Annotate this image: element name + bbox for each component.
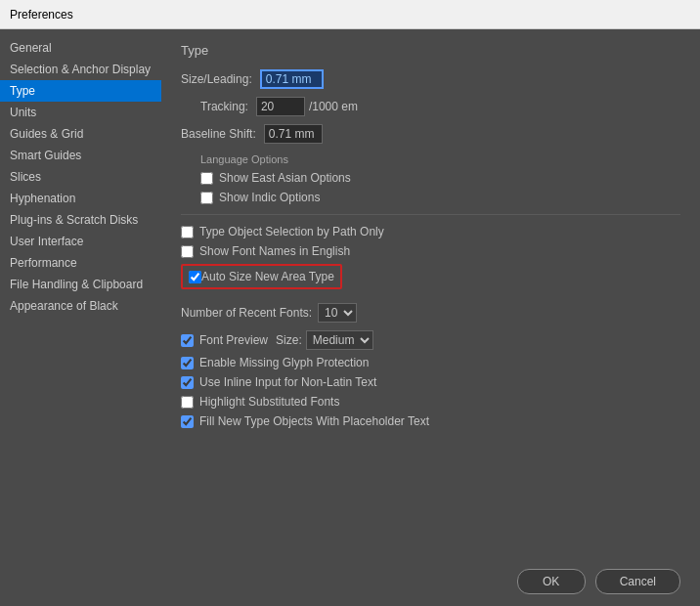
fill-new-type-row: Fill New Type Objects With Placeholder T… [181, 414, 680, 428]
size-leading-label: Size/Leading: [181, 72, 252, 86]
title-bar: Preferences [0, 0, 700, 29]
font-preview-checkbox[interactable] [181, 334, 194, 347]
baseline-shift-label: Baseline Shift: [181, 127, 256, 141]
tracking-input[interactable] [256, 97, 305, 116]
sidebar-item-file-handling[interactable]: File Handling & Clipboard [0, 274, 161, 295]
type-object-row: Type Object Selection by Path Only [181, 225, 680, 238]
sidebar-item-general[interactable]: General [0, 37, 161, 59]
show-indic-row: Show Indic Options [200, 191, 680, 204]
font-preview-label: Font Preview [199, 333, 268, 347]
show-indic-checkbox[interactable] [200, 192, 213, 204]
inline-input-row: Use Inline Input for Non-Latin Text [181, 375, 680, 389]
recent-fonts-row: Number of Recent Fonts: 5 7 10 15 20 [181, 303, 680, 323]
auto-size-highlighted-box: Auto Size New Area Type [181, 264, 342, 289]
tracking-row: Tracking: /1000 em [200, 97, 680, 116]
missing-glyph-checkbox[interactable] [181, 357, 194, 369]
show-east-asian-label: Show East Asian Options [219, 171, 351, 185]
size-leading-row: Size/Leading: [181, 69, 680, 89]
font-preview-row: Font Preview Size: Small Medium Large [181, 330, 680, 350]
recent-fonts-label: Number of Recent Fonts: [181, 306, 312, 320]
type-object-checkbox[interactable] [181, 226, 194, 238]
language-options-title: Language Options [200, 153, 680, 165]
sidebar-item-plugins-scratch[interactable]: Plug-ins & Scratch Disks [0, 209, 161, 231]
preferences-window: Preferences GeneralSelection & Anchor Di… [0, 0, 700, 606]
sidebar-item-performance[interactable]: Performance [0, 252, 161, 274]
font-preview-size-select[interactable]: Small Medium Large [306, 330, 373, 350]
separator-1 [181, 214, 680, 215]
show-indic-label: Show Indic Options [219, 191, 320, 204]
fill-new-type-label: Fill New Type Objects With Placeholder T… [199, 414, 429, 428]
sidebar-item-type[interactable]: Type [0, 80, 161, 102]
highlight-substituted-label: Highlight Substituted Fonts [199, 395, 339, 409]
sidebar-item-units[interactable]: Units [0, 102, 161, 123]
missing-glyph-label: Enable Missing Glyph Protection [199, 356, 369, 369]
baseline-shift-row: Baseline Shift: [181, 124, 680, 144]
baseline-shift-input[interactable] [264, 124, 323, 144]
inline-input-label: Use Inline Input for Non-Latin Text [199, 375, 376, 389]
main-panel: Type Size/Leading: Tracking: /1000 em Ba… [161, 29, 700, 557]
sidebar-item-smart-guides[interactable]: Smart Guides [0, 145, 161, 166]
inline-input-checkbox[interactable] [181, 376, 194, 389]
missing-glyph-row: Enable Missing Glyph Protection [181, 356, 680, 369]
sidebar-item-slices[interactable]: Slices [0, 166, 161, 188]
auto-size-label: Auto Size New Area Type [201, 270, 334, 283]
show-font-names-label: Show Font Names in English [199, 244, 350, 258]
show-east-asian-checkbox[interactable] [200, 172, 213, 185]
size-leading-input[interactable] [260, 69, 324, 89]
title-text: Preferences [10, 8, 73, 22]
cancel-button[interactable]: Cancel [595, 569, 680, 594]
fill-new-type-checkbox[interactable] [181, 415, 194, 428]
tracking-unit: /1000 em [309, 100, 358, 113]
sidebar-item-hyphenation[interactable]: Hyphenation [0, 188, 161, 209]
language-options-section: Language Options Show East Asian Options… [200, 153, 680, 204]
type-object-label: Type Object Selection by Path Only [199, 225, 384, 238]
highlight-substituted-row: Highlight Substituted Fonts [181, 395, 680, 409]
highlight-substituted-checkbox[interactable] [181, 396, 194, 409]
tracking-label: Tracking: [200, 100, 248, 113]
footer: OK Cancel [0, 557, 700, 606]
main-content: GeneralSelection & Anchor DisplayTypeUni… [0, 29, 700, 557]
ok-button[interactable]: OK [517, 569, 586, 594]
sidebar-item-appearance-black[interactable]: Appearance of Black [0, 295, 161, 317]
sidebar-item-user-interface[interactable]: User Interface [0, 231, 161, 252]
show-font-names-checkbox[interactable] [181, 245, 194, 258]
sidebar-item-selection-anchor[interactable]: Selection & Anchor Display [0, 59, 161, 80]
font-preview-size-label: Size: [276, 333, 302, 347]
show-font-names-row: Show Font Names in English [181, 244, 680, 258]
auto-size-checkbox[interactable] [189, 271, 201, 283]
section-title: Type [181, 43, 680, 58]
show-east-asian-row: Show East Asian Options [200, 171, 680, 185]
recent-fonts-select[interactable]: 5 7 10 15 20 [318, 303, 357, 323]
sidebar: GeneralSelection & Anchor DisplayTypeUni… [0, 29, 161, 557]
auto-size-container: Auto Size New Area Type [181, 264, 680, 295]
sidebar-item-guides-grid[interactable]: Guides & Grid [0, 123, 161, 145]
